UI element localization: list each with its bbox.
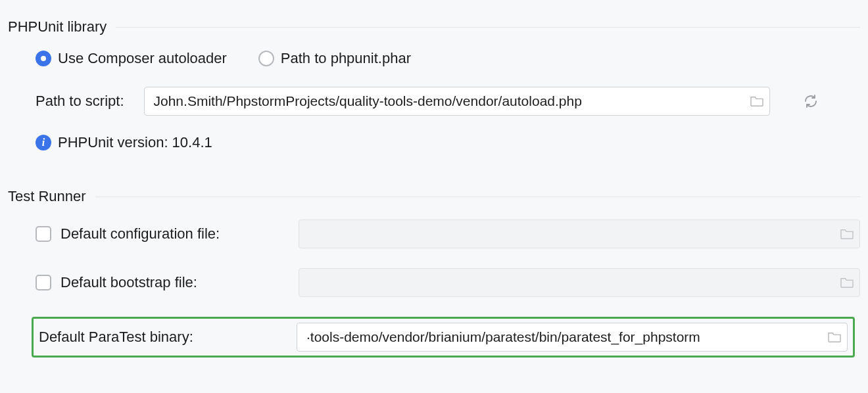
phpunit-library-radiogroup: Use Composer autoloader Path to phpunit.… [36, 50, 860, 67]
radio-icon [36, 51, 51, 66]
section-header-testrunner: Test Runner [8, 188, 860, 205]
section-header-phpunit: PHPUnit library [8, 18, 860, 35]
info-icon: i [36, 135, 51, 150]
refresh-icon[interactable] [802, 92, 820, 110]
default-config-row: Default configuration file: [36, 220, 860, 248]
default-config-input[interactable] [299, 220, 860, 248]
path-to-script-row: Path to script: John.Smith/PhpstormProje… [36, 87, 860, 116]
default-paratest-value: ·tools-demo/vendor/brianium/paratest/bin… [306, 329, 822, 345]
folder-icon[interactable] [840, 277, 854, 289]
section-label-testrunner: Test Runner [8, 188, 95, 205]
phpunit-version-label: PHPUnit version: 10.4.1 [58, 134, 212, 151]
radio-label: Path to phpunit.phar [281, 50, 411, 67]
path-to-script-input[interactable]: John.Smith/PhpstormProjects/quality-tool… [144, 87, 770, 116]
default-config-label: Default configuration file: [60, 225, 220, 243]
folder-icon[interactable] [840, 228, 854, 240]
default-config-checkbox[interactable] [36, 226, 51, 242]
radio-composer-autoloader[interactable]: Use Composer autoloader [36, 50, 227, 67]
default-bootstrap-label: Default bootstrap file: [60, 274, 197, 291]
folder-icon[interactable] [750, 95, 764, 107]
path-to-script-label: Path to script: [36, 93, 124, 110]
radio-icon [258, 51, 274, 66]
divider [116, 27, 860, 28]
section-label-phpunit: PHPUnit library [8, 18, 116, 35]
default-paratest-label: Default ParaTest binary: [39, 329, 193, 346]
default-bootstrap-input[interactable] [299, 268, 860, 297]
phpunit-version-row: i PHPUnit version: 10.4.1 [36, 134, 860, 151]
folder-icon[interactable] [827, 331, 842, 343]
default-bootstrap-checkbox[interactable] [36, 275, 51, 290]
radio-phpunit-phar[interactable]: Path to phpunit.phar [258, 50, 411, 67]
default-paratest-input[interactable]: ·tools-demo/vendor/brianium/paratest/bin… [297, 323, 848, 352]
radio-label: Use Composer autoloader [58, 50, 227, 67]
divider [95, 196, 860, 197]
path-to-script-value: John.Smith/PhpstormProjects/quality-tool… [154, 93, 744, 109]
default-paratest-row: Default ParaTest binary: ·tools-demo/ven… [32, 317, 855, 358]
default-bootstrap-row: Default bootstrap file: [36, 268, 860, 297]
